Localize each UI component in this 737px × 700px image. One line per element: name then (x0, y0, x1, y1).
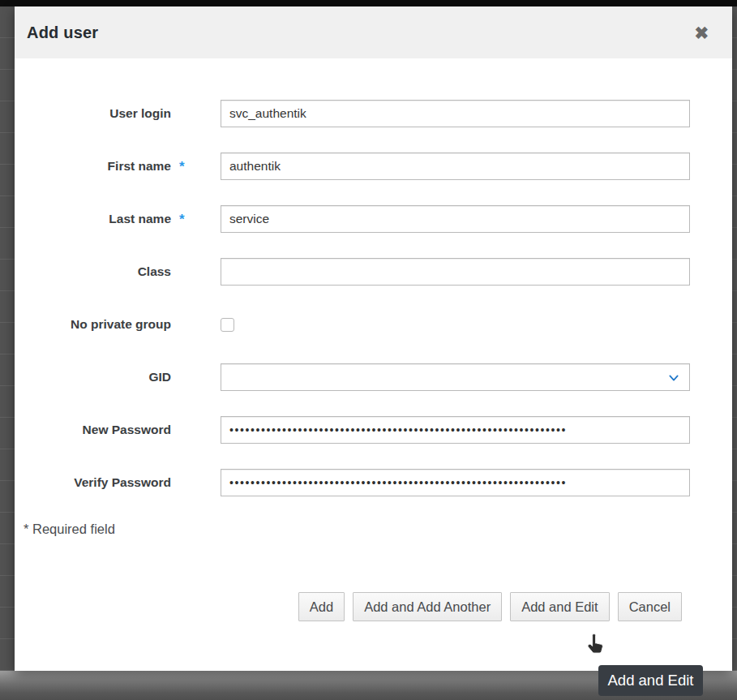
class-label: Class (24, 264, 171, 279)
field-row-class: Class (24, 258, 690, 286)
field-row-gid: GID (24, 363, 690, 391)
verify-password-label: Verify Password (24, 475, 171, 490)
background-table-overlay-right (732, 6, 737, 671)
first-name-label: First name (24, 159, 171, 174)
class-input[interactable] (221, 258, 690, 286)
add-button[interactable]: Add (298, 592, 345, 621)
first-name-input[interactable] (221, 152, 690, 180)
last-name-input[interactable] (221, 205, 690, 233)
dialog-body: User login First name * Last name * Clas… (15, 58, 732, 621)
new-password-input[interactable] (221, 416, 690, 444)
field-row-user-login: User login (24, 100, 690, 127)
required-field-note: * Required field (24, 522, 690, 537)
no-private-group-label: No private group (24, 317, 171, 332)
cancel-button[interactable]: Cancel (618, 592, 682, 621)
dialog-header: Add user ✖ (15, 6, 732, 58)
user-login-label: User login (24, 106, 171, 121)
last-name-label: Last name (24, 212, 171, 226)
gid-label: GID (24, 370, 171, 384)
field-row-no-private-group: No private group (24, 311, 690, 338)
add-and-edit-tooltip: Add and Edit (598, 665, 703, 696)
background-table-overlay-left (0, 6, 15, 671)
add-and-add-another-button[interactable]: Add and Add Another (353, 592, 502, 621)
field-row-verify-password: Verify Password (24, 469, 690, 496)
background-navbar-overlay (0, 0, 737, 6)
chevron-down-icon (667, 371, 680, 384)
required-mark: * (171, 213, 221, 226)
dialog-title: Add user (27, 24, 98, 42)
dialog-footer: Add Add and Add Another Add and Edit Can… (24, 592, 690, 621)
field-row-first-name: First name * (24, 152, 690, 180)
add-and-edit-button[interactable]: Add and Edit (510, 592, 610, 621)
user-login-input[interactable] (221, 100, 690, 127)
new-password-label: New Password (24, 423, 171, 437)
close-icon[interactable]: ✖ (692, 23, 710, 43)
field-row-new-password: New Password (24, 416, 690, 444)
verify-password-input[interactable] (221, 469, 690, 496)
gid-select[interactable] (221, 363, 690, 391)
required-mark: * (171, 160, 221, 174)
field-row-last-name: Last name * (24, 205, 690, 233)
no-private-group-checkbox[interactable] (221, 318, 234, 332)
add-user-dialog: Add user ✖ User login First name * Last … (15, 6, 732, 671)
